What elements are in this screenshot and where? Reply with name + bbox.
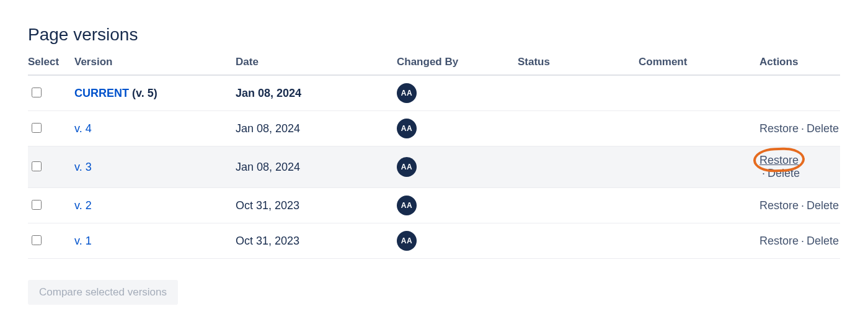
row-select-checkbox[interactable]	[32, 235, 42, 245]
footer-controls: Compare selected versions Return to Page…	[28, 280, 840, 324]
col-header-actions: Actions	[760, 56, 840, 75]
version-date: Oct 31, 2023	[236, 199, 299, 212]
table-row: v. 1Oct 31, 2023AARestore·Delete	[28, 223, 840, 259]
avatar[interactable]: AA	[397, 119, 417, 138]
delete-action[interactable]: Delete	[768, 167, 800, 179]
col-header-date: Date	[236, 56, 397, 75]
version-link[interactable]: v. 1	[74, 235, 92, 247]
version-date: Jan 08, 2024	[236, 87, 301, 99]
table-header-row: Select Version Date Changed By Status Co…	[28, 56, 840, 75]
restore-action[interactable]: Restore	[760, 122, 799, 135]
comment-cell	[639, 223, 760, 259]
delete-action[interactable]: Delete	[807, 122, 839, 135]
current-version-suffix: (v. 5)	[129, 87, 157, 99]
status-cell	[518, 188, 639, 223]
version-link[interactable]: v. 2	[74, 199, 92, 212]
action-separator: ·	[801, 235, 804, 247]
row-select-checkbox[interactable]	[32, 161, 42, 171]
comment-cell	[639, 188, 760, 223]
delete-action[interactable]: Delete	[807, 235, 839, 247]
col-header-select: Select	[28, 56, 74, 75]
action-separator: ·	[762, 167, 765, 179]
version-link[interactable]: v. 3	[74, 161, 92, 173]
avatar[interactable]: AA	[397, 196, 417, 215]
col-header-comment: Comment	[639, 56, 760, 75]
row-select-checkbox[interactable]	[32, 200, 42, 210]
version-date: Jan 08, 2024	[236, 161, 300, 173]
page-title: Page versions	[28, 25, 840, 45]
table-row: v. 3Jan 08, 2024AARestore·Delete	[28, 146, 840, 188]
row-select-checkbox[interactable]	[32, 123, 42, 133]
delete-action[interactable]: Delete	[807, 199, 839, 212]
avatar[interactable]: AA	[397, 231, 417, 251]
current-version-label[interactable]: CURRENT	[74, 87, 129, 99]
status-cell	[518, 75, 639, 111]
restore-action[interactable]: Restore	[760, 199, 799, 212]
action-separator: ·	[801, 199, 804, 212]
table-row: CURRENT (v. 5)Jan 08, 2024AA	[28, 75, 840, 111]
restore-action[interactable]: Restore	[760, 235, 799, 247]
page-versions-panel: Page versions Select Version Date Change…	[0, 0, 868, 324]
status-cell	[518, 223, 639, 259]
comment-cell	[639, 146, 760, 188]
table-row: v. 2Oct 31, 2023AARestore·Delete	[28, 188, 840, 223]
version-link[interactable]: v. 4	[74, 122, 92, 135]
comment-cell	[639, 111, 760, 146]
avatar[interactable]: AA	[397, 157, 417, 177]
restore-action[interactable]: Restore	[760, 154, 799, 166]
compare-selected-button[interactable]: Compare selected versions	[28, 280, 178, 305]
row-select-checkbox[interactable]	[32, 88, 42, 97]
status-cell	[518, 111, 639, 146]
col-header-status: Status	[518, 56, 639, 75]
col-header-version: Version	[74, 56, 236, 75]
table-row: v. 4Jan 08, 2024AARestore·Delete	[28, 111, 840, 146]
col-header-changedby: Changed By	[397, 56, 518, 75]
comment-cell	[639, 75, 760, 111]
status-cell	[518, 146, 639, 188]
avatar[interactable]: AA	[397, 83, 417, 103]
version-date: Oct 31, 2023	[236, 235, 299, 247]
action-separator: ·	[801, 122, 804, 135]
versions-table: Select Version Date Changed By Status Co…	[28, 56, 840, 259]
version-date: Jan 08, 2024	[236, 122, 300, 135]
